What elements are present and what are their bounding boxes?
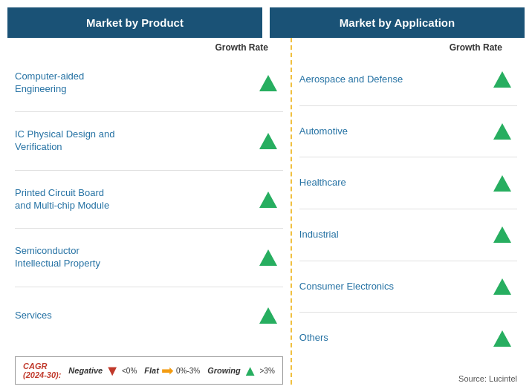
list-item: Printed Circuit Boardand Multi-chip Modu… bbox=[15, 171, 283, 229]
arrow-up-icon bbox=[493, 71, 511, 88]
list-item: SemiconductorIntellectual Property bbox=[15, 229, 283, 287]
flat-value: 0%-3% bbox=[176, 367, 200, 375]
list-item: Automotive bbox=[299, 106, 517, 158]
growing-legend: Growing ▲ >3% bbox=[207, 363, 275, 378]
left-item-0-label: Computer-aidedEngineering bbox=[15, 71, 259, 96]
arrow-up-icon bbox=[259, 192, 277, 208]
right-item-1-label: Automotive bbox=[299, 125, 493, 138]
list-item: Others bbox=[299, 313, 517, 364]
right-item-4-label: Consumer Electronics bbox=[299, 281, 493, 293]
arrow-up-icon bbox=[493, 278, 511, 295]
arrow-up-icon bbox=[493, 226, 511, 243]
arrow-up-icon bbox=[259, 249, 277, 266]
right-panel: Growth Rate Aerospace and Defense Automo… bbox=[292, 38, 525, 385]
left-panel: Growth Rate Computer-aidedEngineering IC… bbox=[7, 38, 292, 385]
list-item: Healthcare bbox=[299, 157, 517, 209]
right-item-3-label: Industrial bbox=[299, 229, 493, 241]
arrow-right-icon: ➡ bbox=[161, 363, 174, 378]
growing-label: Growing bbox=[207, 366, 241, 375]
negative-label: Negative bbox=[68, 366, 103, 375]
flat-legend: Flat ➡ 0%-3% bbox=[144, 363, 200, 378]
left-item-3-label: SemiconductorIntellectual Property bbox=[15, 245, 259, 270]
arrow-up-small-icon: ▲ bbox=[243, 363, 258, 378]
arrow-up-icon bbox=[259, 307, 277, 324]
legend-box: CAGR(2024-30): Negative ▼ <0% Flat ➡ 0%-… bbox=[15, 356, 283, 385]
right-header-title: Market by Application bbox=[270, 7, 525, 38]
negative-legend: Negative ▼ <0% bbox=[68, 363, 137, 378]
arrow-up-icon bbox=[493, 123, 511, 140]
growing-value: >3% bbox=[260, 367, 275, 375]
arrow-down-icon: ▼ bbox=[105, 363, 120, 378]
source-text: Source: Lucintel bbox=[458, 374, 517, 383]
right-item-2-label: Healthcare bbox=[299, 177, 493, 189]
list-item: Aerospace and Defense bbox=[299, 54, 517, 106]
arrow-up-icon bbox=[493, 175, 511, 192]
list-item: IC Physical Design andVerification bbox=[15, 112, 283, 170]
list-item: Computer-aidedEngineering bbox=[15, 54, 283, 112]
arrow-up-icon bbox=[259, 75, 277, 91]
flat-label: Flat bbox=[144, 366, 159, 375]
left-item-4-label: Services bbox=[15, 310, 259, 322]
left-growth-rate-header: Growth Rate bbox=[15, 38, 283, 54]
right-item-5-label: Others bbox=[299, 332, 493, 344]
left-item-1-label: IC Physical Design andVerification bbox=[15, 128, 259, 154]
negative-value: <0% bbox=[122, 367, 137, 375]
arrow-up-icon bbox=[259, 133, 277, 149]
list-item: Services bbox=[15, 287, 283, 344]
list-item: Industrial bbox=[299, 209, 517, 261]
left-item-2-label: Printed Circuit Boardand Multi-chip Modu… bbox=[15, 187, 259, 212]
right-growth-rate-header: Growth Rate bbox=[299, 38, 517, 54]
cagr-label: CAGR(2024-30): bbox=[23, 362, 61, 379]
right-item-0-label: Aerospace and Defense bbox=[299, 74, 493, 86]
left-header-title: Market by Product bbox=[7, 7, 262, 38]
list-item: Consumer Electronics bbox=[299, 261, 517, 313]
arrow-up-icon bbox=[493, 330, 511, 347]
